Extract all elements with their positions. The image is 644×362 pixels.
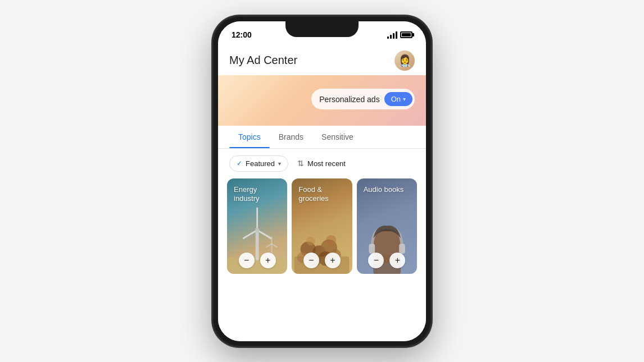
svg-point-18	[326, 235, 337, 245]
signal-bar-3	[393, 33, 394, 39]
tab-topics[interactable]: Topics	[229, 126, 270, 148]
cards-grid: Energy industry − +	[218, 178, 426, 341]
personalized-ads-label: Personalized ads	[319, 95, 379, 104]
app-header: My Ad Center 👩‍⚕️	[218, 44, 426, 75]
sort-icon: ⇅	[297, 159, 304, 168]
most-recent-sort[interactable]: ⇅ Most recent	[297, 159, 346, 168]
tabs-bar: Topics Brands Sensitive	[218, 126, 426, 149]
signal-bar-4	[396, 31, 397, 39]
card-audio[interactable]: Audio books − +	[357, 178, 417, 274]
signal-bar-2	[390, 35, 392, 39]
card-audio-like[interactable]: +	[389, 253, 405, 268]
featured-filter[interactable]: ✓ Featured ▾	[229, 155, 288, 172]
banner: Personalized ads On ▾	[218, 75, 426, 126]
card-food-like[interactable]: +	[325, 253, 341, 268]
svg-line-3	[257, 230, 271, 238]
card-food-actions: − +	[292, 253, 352, 268]
most-recent-label: Most recent	[307, 159, 346, 168]
card-audio-label: Audio books	[364, 185, 410, 195]
on-label: On	[391, 95, 401, 103]
filter-row: ✓ Featured ▾ ⇅ Most recent	[218, 149, 426, 178]
chevron-down-icon: ▾	[403, 96, 406, 102]
card-food[interactable]: Food & groceries − +	[292, 178, 352, 274]
battery-icon	[400, 31, 412, 38]
personalized-ads-pill[interactable]: Personalized ads On ▾	[311, 89, 415, 109]
tab-sensitive[interactable]: Sensitive	[312, 126, 362, 148]
card-energy-like[interactable]: +	[260, 253, 276, 268]
featured-chevron-icon: ▾	[278, 161, 281, 167]
battery-fill	[402, 33, 411, 36]
card-energy[interactable]: Energy industry − +	[227, 178, 287, 274]
on-toggle[interactable]: On ▾	[384, 92, 412, 106]
app-content: My Ad Center 👩‍⚕️ Personalized ads On ▾	[218, 44, 426, 341]
svg-line-4	[243, 230, 257, 238]
avatar[interactable]: 👩‍⚕️	[394, 51, 415, 71]
card-energy-label: Energy industry	[234, 185, 280, 204]
notch	[285, 21, 359, 37]
card-energy-dislike[interactable]: −	[239, 253, 255, 268]
avatar-figure: 👩‍⚕️	[398, 54, 412, 67]
status-icons	[387, 31, 412, 39]
tab-brands[interactable]: Brands	[270, 126, 312, 148]
signal-icon	[387, 31, 397, 39]
signal-bar-1	[387, 36, 389, 39]
scene: 12:00 My Ad Center	[0, 0, 644, 362]
featured-label: Featured	[246, 159, 275, 168]
status-time: 12:00	[232, 30, 252, 39]
check-icon: ✓	[237, 159, 242, 167]
phone-screen: 12:00 My Ad Center	[218, 21, 426, 341]
phone-shell: 12:00 My Ad Center	[212, 16, 432, 347]
card-audio-dislike[interactable]: −	[368, 253, 384, 268]
card-food-label: Food & groceries	[298, 185, 345, 204]
card-energy-actions: − +	[227, 253, 287, 268]
card-audio-actions: − +	[357, 253, 417, 268]
svg-point-5	[255, 228, 260, 232]
card-food-dislike[interactable]: −	[303, 253, 319, 268]
page-title: My Ad Center	[229, 54, 297, 67]
svg-point-17	[307, 236, 316, 245]
